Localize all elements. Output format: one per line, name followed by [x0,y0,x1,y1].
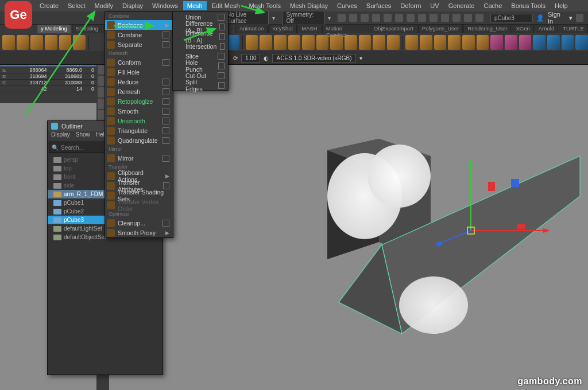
menu-bonus-tools[interactable]: Bonus Tools [507,1,550,10]
shelf-button[interactable] [448,35,461,50]
shelf-button[interactable] [260,35,272,50]
menu-select[interactable]: Select [64,1,90,10]
menu-curves[interactable]: Curves [333,1,361,10]
status-icon[interactable] [452,14,461,22]
status-icon[interactable] [361,14,369,22]
shelf-tab[interactable]: ObjExportImport [370,24,417,33]
live-surface-arrow-icon[interactable]: ▾ [272,15,275,21]
workspace-icon[interactable] [576,14,583,22]
status-icon[interactable] [338,14,346,22]
live-surface-dropdown[interactable]: No Live Surface [223,10,269,25]
menu-item-conform[interactable]: Conform [105,57,173,67]
menu-item-mirror[interactable]: Mirror [105,153,173,163]
status-icon[interactable] [418,14,426,22]
menu-item-combine[interactable]: Combine [105,30,173,40]
menu-item-separate[interactable]: Separate [105,40,173,49]
options-box-icon[interactable] [163,59,169,66]
shelf-tab[interactable]: y Modeling [37,24,71,33]
options-box-icon[interactable] [163,220,169,227]
options-box-icon[interactable] [218,14,225,21]
menu-item-hole-punch[interactable]: Hole Punch [173,61,228,71]
menu-item-triangulate[interactable]: Triangulate [105,126,173,135]
colorspace-dropdown[interactable]: ACES 1.0 SDR-video (sRGB) [272,54,355,63]
colorspace-arrow-icon[interactable]: ▾ [359,55,362,61]
options-box-icon[interactable] [163,79,169,85]
outliner-menu-show[interactable]: Show [76,131,90,141]
options-box-icon[interactable] [163,32,169,38]
shelf-button[interactable] [17,35,29,50]
status-icon[interactable] [349,14,357,22]
menu-item-fill-hole[interactable]: Fill Hole [105,67,173,77]
menu-create[interactable]: Create [36,1,63,10]
shelf-tab[interactable]: TURTLE [559,24,588,33]
shelf-button[interactable] [547,35,560,50]
shelf-button[interactable] [345,35,357,50]
symmetry-arrow-icon[interactable]: ▾ [328,15,331,21]
options-box-icon[interactable] [163,127,169,134]
shelf-button[interactable] [246,35,258,50]
shelf-button[interactable] [359,35,372,50]
menu-mesh[interactable]: Mesh [183,1,207,10]
options-box-icon[interactable] [163,137,169,144]
shelf-button[interactable] [30,35,43,50]
signin-arrow-icon[interactable]: ▾ [569,14,572,22]
menu-item-retopologize[interactable]: Retopologize [105,96,173,106]
shelf-button[interactable] [45,35,57,50]
options-box-icon[interactable] [163,88,169,95]
status-icon[interactable] [475,14,483,22]
shelf-button[interactable] [373,35,385,50]
status-icon[interactable] [441,14,449,22]
menu-item-smooth[interactable]: Smooth [105,106,173,116]
menu-item-smooth-proxy[interactable]: Smooth Proxy▶ [105,228,173,237]
options-box-icon[interactable] [218,82,225,89]
menu-windows[interactable]: Windows [148,1,182,10]
symmetry-dropdown[interactable]: Symmetry: Off [282,10,324,25]
options-box-icon[interactable] [218,53,225,60]
shelf-button[interactable] [288,35,301,50]
shelf-button[interactable] [420,35,432,50]
options-box-icon[interactable] [219,24,225,30]
shelf-tab[interactable]: Rendering_User [463,24,511,33]
menu-item-cleanup-[interactable]: Cleanup... [105,218,173,228]
status-icon[interactable] [372,14,380,22]
shelf-button[interactable] [533,35,546,50]
menu-item-split-edges[interactable]: Split Edges [173,80,228,90]
shelf-tab[interactable]: KeyShot [268,24,297,33]
shelf-tab[interactable]: Animation [235,24,268,33]
shelf-button[interactable] [316,35,329,50]
options-box-icon[interactable] [163,155,169,162]
options-box-icon[interactable] [163,108,169,115]
menu-generate[interactable]: Generate [444,1,479,10]
options-box-icon[interactable] [163,118,169,124]
menu-uv[interactable]: UV [426,1,443,10]
menu-item-quadrangulate[interactable]: Quadrangulate [105,135,173,145]
menu-item-booleans[interactable]: Booleans▶ [105,20,173,30]
shelf-tab[interactable]: Polygons_User [418,24,463,33]
shelf-button[interactable] [562,35,574,50]
status-icon[interactable] [384,14,392,22]
shelf-button[interactable] [505,35,517,50]
menu-mesh-display[interactable]: Mesh Display [286,1,332,10]
shelf-button[interactable] [274,35,287,50]
menu-item-difference-b-a-[interactable]: Difference (B - A) [173,32,228,41]
mesh-menu[interactable]: CombineBooleans▶CombineSeparateRemeshCon… [105,11,173,238]
exposure-field[interactable]: 1.00 [241,54,260,63]
menu-cache[interactable]: Cache [480,1,506,10]
shelf-button[interactable] [330,35,343,50]
options-box-icon[interactable] [218,72,225,79]
menu-edit-mesh[interactable]: Edit Mesh [208,1,244,10]
shelf-tab[interactable]: Motion Graphics [322,24,369,33]
sign-in-link[interactable]: Sign In [548,11,566,25]
options-box-icon[interactable] [163,41,169,48]
shelf-tab[interactable]: Sculpting [72,24,102,33]
menu-item-unsmooth[interactable]: Unsmooth [105,116,173,126]
shelf-button[interactable] [2,35,15,50]
shelf-button[interactable] [462,35,475,50]
menu-item-intersection[interactable]: Intersection [173,41,228,51]
shelf-button[interactable] [490,35,503,50]
shelf-button[interactable] [575,35,588,50]
menu-display[interactable]: Display [118,1,147,10]
options-box-icon[interactable] [219,33,225,40]
outliner-menu-display[interactable]: Display [51,131,70,141]
menu-modify[interactable]: Modify [91,1,117,10]
